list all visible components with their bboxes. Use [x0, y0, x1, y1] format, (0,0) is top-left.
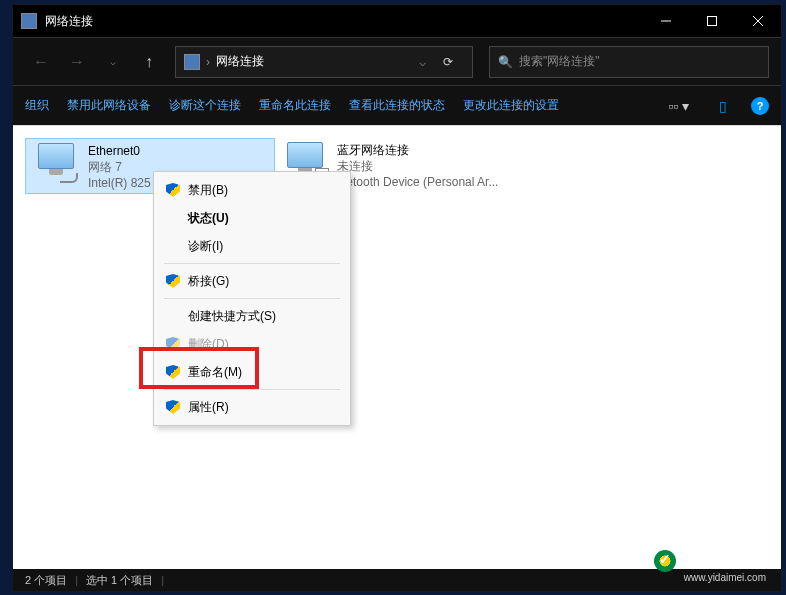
- cmd-status[interactable]: 查看此连接的状态: [349, 97, 445, 114]
- status-divider: |: [75, 574, 78, 586]
- refresh-button[interactable]: ⟳: [432, 55, 464, 69]
- forward-button[interactable]: →: [61, 46, 93, 78]
- cmd-disable[interactable]: 禁用此网络设备: [67, 97, 151, 114]
- window-title: 网络连接: [45, 13, 643, 30]
- close-button[interactable]: [735, 5, 781, 37]
- up-button[interactable]: ↑: [133, 46, 165, 78]
- search-icon: 🔍: [498, 55, 513, 69]
- help-button[interactable]: ?: [751, 97, 769, 115]
- item-status: 未连接: [337, 158, 498, 174]
- ctx-properties[interactable]: 属性(R): [156, 393, 348, 421]
- item-name: Ethernet0: [88, 143, 151, 159]
- view-options[interactable]: ▫▫ ▾: [662, 98, 695, 114]
- organize-menu[interactable]: 组织: [25, 97, 49, 114]
- ctx-status[interactable]: 状态(U): [156, 204, 348, 232]
- watermark: 纯净系统家园 www.yidaimei.com: [654, 550, 766, 583]
- location-icon: [184, 54, 200, 70]
- maximize-button[interactable]: [689, 5, 735, 37]
- search-placeholder: 搜索"网络连接": [519, 53, 600, 70]
- search-input[interactable]: 🔍 搜索"网络连接": [489, 46, 769, 78]
- command-bar: 组织 禁用此网络设备 诊断这个连接 重命名此连接 查看此连接的状态 更改此连接的…: [13, 85, 781, 125]
- ctx-separator: [164, 298, 340, 299]
- history-dropdown-icon[interactable]: ⌵: [419, 55, 426, 69]
- minimize-button[interactable]: [643, 5, 689, 37]
- ctx-disable[interactable]: 禁用(B): [156, 176, 348, 204]
- details-pane-toggle[interactable]: ▯: [713, 98, 733, 114]
- ctx-bridge[interactable]: 桥接(G): [156, 267, 348, 295]
- item-network: 网络 7: [88, 159, 151, 175]
- status-count: 2 个项目: [25, 573, 67, 588]
- shield-icon: [166, 274, 180, 288]
- ctx-diagnose[interactable]: 诊断(I): [156, 232, 348, 260]
- recent-dropdown[interactable]: ⌵: [97, 46, 129, 78]
- watermark-logo-icon: [654, 550, 676, 572]
- back-button[interactable]: ←: [25, 46, 57, 78]
- shield-icon: [166, 183, 180, 197]
- ctx-separator: [164, 389, 340, 390]
- svg-rect-1: [708, 17, 717, 26]
- cmd-diagnose[interactable]: 诊断这个连接: [169, 97, 241, 114]
- item-adapter: Intel(R) 825: [88, 175, 151, 191]
- explorer-window: 网络连接 ← → ⌵ ↑ › 网络连接 ⌵ ⟳ 🔍 搜索"网络连接" 组织 禁用: [12, 4, 782, 592]
- cmd-settings[interactable]: 更改此连接的设置: [463, 97, 559, 114]
- item-adapter: luetooth Device (Personal Ar...: [337, 174, 498, 190]
- ctx-separator: [164, 263, 340, 264]
- content-area: Ethernet0 网络 7 Intel(R) 825 B 蓝牙网络连接 未连接…: [13, 125, 781, 573]
- nav-toolbar: ← → ⌵ ↑ › 网络连接 ⌵ ⟳ 🔍 搜索"网络连接": [13, 37, 781, 85]
- shield-icon: [166, 400, 180, 414]
- items-container: Ethernet0 网络 7 Intel(R) 825 B 蓝牙网络连接 未连接…: [25, 138, 769, 194]
- breadcrumb-current[interactable]: 网络连接: [216, 53, 264, 70]
- ethernet-icon: [32, 143, 80, 183]
- titlebar: 网络连接: [13, 5, 781, 37]
- status-divider: |: [161, 574, 164, 586]
- item-name: 蓝牙网络连接: [337, 142, 498, 158]
- ctx-shortcut[interactable]: 创建快捷方式(S): [156, 302, 348, 330]
- breadcrumb-chevron-icon: ›: [206, 55, 210, 69]
- cmd-rename[interactable]: 重命名此连接: [259, 97, 331, 114]
- status-selected: 选中 1 个项目: [86, 573, 153, 588]
- window-icon: [21, 13, 37, 29]
- annotation-highlight: [139, 347, 259, 389]
- breadcrumb[interactable]: › 网络连接 ⌵ ⟳: [175, 46, 473, 78]
